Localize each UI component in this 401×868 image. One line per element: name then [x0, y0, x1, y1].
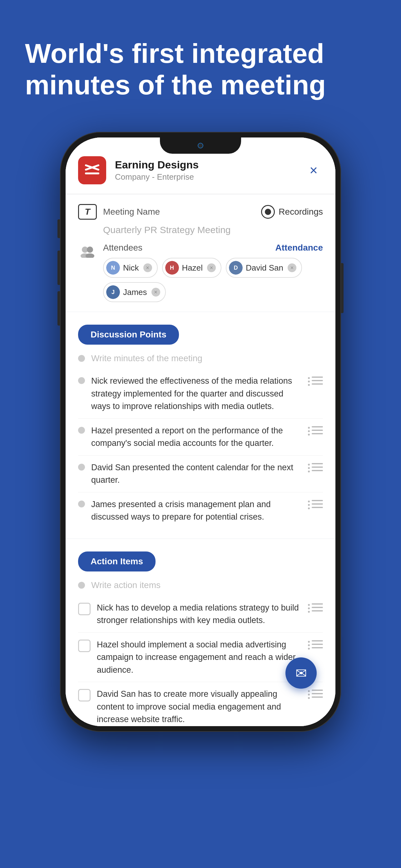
discussion-item-2: Hazel presented a report on the performa…	[78, 419, 323, 456]
avatar-nick: N	[106, 261, 120, 275]
close-button[interactable]: ×	[304, 161, 323, 180]
disc-bullet-2	[78, 427, 85, 434]
action-placeholder: Write action items	[78, 575, 323, 596]
attendee-tag-david: D David San ×	[226, 258, 302, 278]
disc-bullet-1	[78, 377, 85, 384]
meeting-title: Quarterly PR Strategy Meeting	[103, 225, 323, 235]
text-format-icon: T	[78, 204, 97, 220]
avatar-james: J	[106, 285, 120, 299]
phone-mockup: Earning Designs Company - Enterprise × T…	[60, 132, 341, 732]
power-button	[341, 263, 343, 313]
action-drag-handle-3	[308, 688, 323, 699]
company-type: Company - Enterprise	[115, 172, 304, 182]
discussion-item-3: David San presented the content calendar…	[78, 456, 323, 492]
meeting-name-left: T Meeting Name	[78, 204, 160, 220]
drag-handle-2	[308, 424, 323, 436]
action-drag-handle-2	[308, 638, 323, 650]
email-icon: ✉	[295, 665, 307, 681]
disc-text-1: Nick reviewed the effectiveness of the m…	[91, 375, 302, 413]
checkbox-3[interactable]	[78, 689, 91, 702]
avatar-hazel: H	[165, 261, 179, 275]
remove-david-button[interactable]: ×	[288, 264, 296, 272]
drag-handle-4	[308, 498, 323, 509]
action-placeholder-text: Write action items	[91, 580, 161, 590]
discussion-points-tab[interactable]: Discussion Points	[78, 324, 179, 345]
drag-handle-1	[308, 375, 323, 386]
discussion-item-4: James presented a crisis management plan…	[78, 492, 323, 529]
attendee-name-james: James	[123, 287, 147, 297]
remove-nick-button[interactable]: ×	[143, 264, 152, 272]
action-section: Action Items Write action items Nick has…	[66, 539, 335, 726]
meeting-top-row: T Meeting Name Recordings	[78, 204, 323, 220]
recording-icon	[261, 205, 275, 219]
placeholder-text: Write minutes of the meeting	[91, 353, 202, 363]
volume-up-button	[58, 251, 60, 285]
remove-hazel-button[interactable]: ×	[207, 264, 216, 272]
svg-point-4	[87, 247, 93, 253]
checkbox-2[interactable]	[78, 640, 91, 652]
attendee-tag-hazel: H Hazel ×	[162, 258, 222, 278]
attendee-name-hazel: Hazel	[182, 263, 203, 273]
company-logo	[78, 156, 106, 184]
attendee-tag-nick: N Nick ×	[103, 258, 158, 278]
hero-title: World's first integrated minutes of the …	[0, 0, 401, 126]
discussion-tab-container: Discussion Points	[78, 312, 323, 348]
recordings-button[interactable]: Recordings	[261, 205, 323, 219]
action-text-1: Nick has to develop a media relations st…	[97, 601, 302, 627]
attendees-row: Attendees Attendance N Nick	[78, 243, 323, 302]
drag-handle-3	[308, 461, 323, 472]
action-text-3: David San has to create more visually ap…	[97, 688, 302, 726]
disc-text-2: Hazel presented a report on the performa…	[91, 424, 302, 450]
fab-email-button[interactable]: ✉	[286, 657, 317, 689]
phone-screen: Earning Designs Company - Enterprise × T…	[66, 137, 335, 726]
attendees-label: Attendees	[103, 243, 142, 253]
disc-bullet-4	[78, 501, 85, 507]
action-tab-container: Action Items	[78, 539, 323, 575]
action-text-2: Hazel should implement a social media ad…	[97, 638, 302, 677]
attendance-link[interactable]: Attendance	[275, 243, 323, 253]
volume-down-button	[58, 291, 60, 326]
attendee-tags: N Nick × H Hazel	[103, 258, 323, 302]
camera	[198, 143, 203, 148]
app-screen: Earning Designs Company - Enterprise × T…	[66, 137, 335, 726]
avatar-david: D	[229, 261, 243, 275]
attendee-name-nick: Nick	[123, 263, 139, 273]
notch	[160, 137, 241, 154]
company-info: Earning Designs Company - Enterprise	[115, 159, 304, 182]
recordings-label: Recordings	[278, 207, 323, 217]
discussion-item-1: Nick reviewed the effectiveness of the m…	[78, 369, 323, 419]
disc-bullet-3	[78, 464, 85, 470]
volume-mute-button	[58, 219, 60, 238]
disc-text-3: David San presented the content calendar…	[91, 461, 302, 487]
attendee-name-david: David San	[246, 263, 283, 273]
remove-james-button[interactable]: ×	[152, 288, 160, 297]
attendees-content: Attendees Attendance N Nick	[103, 243, 323, 302]
discussion-section: Discussion Points Write minutes of the m…	[66, 312, 335, 538]
checkbox-1[interactable]	[78, 603, 91, 615]
company-name: Earning Designs	[115, 159, 304, 171]
meeting-name-label: Meeting Name	[103, 207, 160, 217]
action-bullet-placeholder	[78, 582, 85, 589]
discussion-placeholder: Write minutes of the meeting	[78, 348, 323, 369]
attendee-tag-james: J James ×	[103, 282, 166, 302]
action-drag-handle-1	[308, 601, 323, 613]
action-items-tab[interactable]: Action Items	[78, 552, 156, 571]
action-item-3: David San has to create more visually ap…	[78, 682, 323, 726]
attendees-icon	[78, 243, 97, 258]
action-item-1: Nick has to develop a media relations st…	[78, 596, 323, 633]
meeting-section: T Meeting Name Recordings Quarterly PR S…	[66, 195, 335, 312]
recording-dot	[265, 209, 271, 215]
bullet-placeholder	[78, 355, 85, 362]
disc-text-4: James presented a crisis management plan…	[91, 498, 302, 523]
attendees-header: Attendees Attendance	[103, 243, 323, 253]
phone-frame: Earning Designs Company - Enterprise × T…	[60, 132, 341, 732]
